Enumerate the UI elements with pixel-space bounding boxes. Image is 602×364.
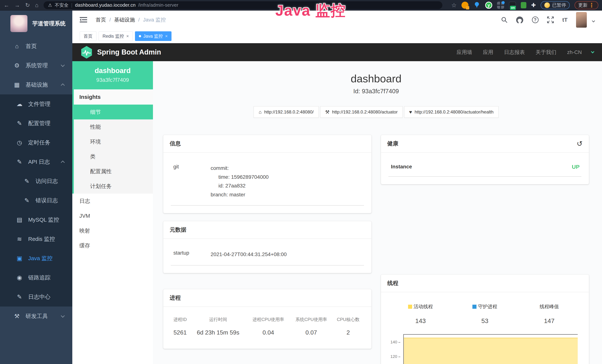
sidebar-item-error-logs[interactable]: ✎ 错误日志: [0, 191, 72, 210]
sba-brand-title[interactable]: Spring Boot Admin: [97, 48, 161, 56]
process-col-header: 运行时间: [190, 317, 247, 329]
sidebar-item-access-logs[interactable]: ✎ 访问日志: [0, 171, 72, 191]
daemon-threads-value: 53: [453, 317, 517, 324]
sidebar-item-api-logs[interactable]: ✎ API 日志: [0, 152, 72, 171]
sba-menu-metrics[interactable]: 性能: [72, 119, 153, 134]
history-icon[interactable]: ↺: [577, 140, 582, 147]
sidebar-item-java-monitor[interactable]: ▣ Java 监控: [0, 249, 72, 268]
breadcrumb: 首页 / 基础设施 / Java 监控: [96, 16, 166, 23]
browser-reload-icon[interactable]: ↻: [25, 2, 30, 8]
tab-redis-monitor[interactable]: Redis 监控 ×: [99, 31, 133, 41]
address-bar[interactable]: ⚠ 不安全 | dashboard.yudao.iocoder.cn /infr…: [43, 1, 442, 9]
search-icon[interactable]: [501, 17, 507, 23]
close-icon[interactable]: ×: [165, 33, 168, 39]
extension-icon-y[interactable]: y: [485, 2, 492, 9]
browser-menu-kebab-icon[interactable]: ⋮: [589, 2, 595, 9]
sba-menu-scheduled-tasks[interactable]: 计划任务: [72, 179, 153, 193]
health-card-title: 健康: [387, 140, 398, 147]
process-col-header: CPU核心数: [333, 317, 364, 329]
bookmark-star-icon[interactable]: ☆: [451, 2, 457, 9]
tab-label: Redis 监控: [103, 33, 124, 39]
user-avatar[interactable]: [576, 12, 587, 28]
instance-header[interactable]: dashboard 93a3fc7f7409: [72, 61, 153, 89]
chevron-down-icon: [61, 63, 65, 67]
y-tick: 140: [390, 340, 400, 344]
breadcrumb-infrastructure[interactable]: 基础设施: [114, 16, 135, 23]
y-tick: 120: [390, 354, 400, 359]
sba-navbar: Spring Boot Admin 应用墙 应用 日志报表 关于我们 zh-CN: [72, 43, 602, 61]
log-edit-icon: ✎: [16, 158, 23, 165]
health-url: http://192.168.0.2:48080/actuator/health: [415, 109, 494, 115]
sba-nav-about[interactable]: 关于我们: [536, 49, 556, 56]
sba-menu-mappings[interactable]: 映射: [72, 223, 153, 238]
home-icon: ⌂: [259, 109, 262, 115]
sba-menu-caches[interactable]: 缓存: [72, 238, 153, 253]
breadcrumb-home[interactable]: 首页: [96, 16, 106, 23]
avatar-caret-icon[interactable]: [592, 19, 595, 22]
chevron-down-icon: [61, 314, 65, 317]
process-card-title: 进程: [163, 289, 371, 307]
health-status-badge: UP: [572, 164, 581, 170]
sidebar-item-redis-monitor[interactable]: ≋ Redis 监控: [0, 229, 72, 249]
github-icon[interactable]: [516, 16, 523, 23]
peak-threads-value: 147: [517, 317, 581, 324]
close-icon[interactable]: ×: [126, 33, 129, 39]
sidebar-logo-row[interactable]: 芋道管理系统: [0, 11, 72, 37]
threads-chart-plot: [403, 334, 578, 364]
browser-home-icon[interactable]: ⌂: [35, 2, 38, 8]
sba-nav-wallboard[interactable]: 应用墙: [457, 49, 472, 56]
screen-icon: ▣: [16, 255, 23, 262]
browser-forward-icon[interactable]: →: [14, 2, 20, 8]
actuator-url: http://192.168.0.2:48080/actuator: [332, 109, 398, 115]
help-icon[interactable]: ?: [532, 17, 538, 23]
collapse-sidebar-icon[interactable]: [80, 17, 87, 23]
metadata-value: 2021-04-27T00:44:31.254+08:00: [211, 250, 364, 259]
tab-home[interactable]: 首页: [80, 31, 97, 41]
wrench-icon: ⚒: [325, 109, 329, 115]
extensions-puzzle-icon[interactable]: ✚: [531, 2, 536, 8]
sidebar-item-home[interactable]: ⌂ 首页: [0, 37, 72, 56]
extension-icon-pin[interactable]: [473, 2, 480, 9]
brand-logo-image: [10, 15, 27, 32]
update-button[interactable]: 更新 ⋮: [575, 1, 598, 9]
log-edit-icon: ✎: [23, 178, 30, 185]
sidebar-item-config-management[interactable]: ✎ 配置管理: [0, 114, 72, 133]
sba-menu-details[interactable]: 细节: [72, 105, 153, 119]
service-url-button[interactable]: ⌂ http://192.168.0.2:48080/: [254, 106, 319, 118]
sba-menu-classes[interactable]: 类: [72, 149, 153, 164]
info-key: git: [171, 164, 211, 199]
sba-menu-config-props[interactable]: 配置属性: [72, 164, 153, 179]
paused-badge[interactable]: 已暂停: [541, 1, 570, 9]
sba-instance-sidebar: dashboard 93a3fc7f7409 Insights 细节 性能 环境…: [72, 61, 153, 364]
sba-menu-jvm[interactable]: JVM: [72, 208, 153, 223]
update-label: 更新: [578, 2, 588, 8]
sidebar-item-infrastructure[interactable]: ▦ 基础设施: [0, 75, 72, 94]
sidebar-item-scheduled-tasks[interactable]: ◷ 定时任务: [0, 133, 72, 152]
sba-menu-logs[interactable]: 日志: [72, 193, 153, 208]
sba-language-select[interactable]: zh-CN: [567, 49, 582, 55]
extension-icon-grid[interactable]: [497, 2, 504, 9]
extension-icon-green[interactable]: [521, 2, 526, 8]
tab-java-monitor[interactable]: Java 监控 ×: [135, 31, 172, 41]
health-instance-row[interactable]: Instance UP: [388, 161, 582, 177]
actuator-url-button[interactable]: ⚒ http://192.168.0.2:48080/actuator: [320, 106, 403, 118]
sba-nav-journal[interactable]: 日志报表: [504, 49, 525, 56]
sidebar-item-dev-tools[interactable]: ⚒ 研发工具: [0, 307, 72, 326]
emoji-face-icon: [544, 2, 550, 8]
health-url-button[interactable]: ♥ http://192.168.0.2:48080/actuator/heal…: [404, 106, 499, 118]
sidebar-item-log-center[interactable]: ✎ 日志中心: [0, 287, 72, 307]
metadata-key: startup: [171, 250, 211, 259]
legend-peak-threads: 线程峰值 147: [517, 303, 581, 324]
sidebar-item-system-management[interactable]: ⚙ 系统管理: [0, 56, 72, 75]
sidebar-item-mysql-monitor[interactable]: ▤ MySQL 监控: [0, 210, 72, 229]
extension-icon-switch-on[interactable]: [509, 2, 516, 9]
fullscreen-icon[interactable]: [547, 17, 554, 23]
sidebar-item-trace[interactable]: ◉ 链路追踪: [0, 268, 72, 287]
chevron-up-icon: [61, 161, 65, 164]
font-size-icon[interactable]: tT: [562, 17, 568, 23]
sidebar-item-file-management[interactable]: ☁ 文件管理: [0, 94, 72, 114]
sba-menu-environment[interactable]: 环境: [72, 134, 153, 149]
browser-back-icon[interactable]: ←: [4, 2, 9, 8]
sba-nav-applications[interactable]: 应用: [483, 49, 493, 56]
extension-icon-orange[interactable]: [462, 2, 469, 9]
